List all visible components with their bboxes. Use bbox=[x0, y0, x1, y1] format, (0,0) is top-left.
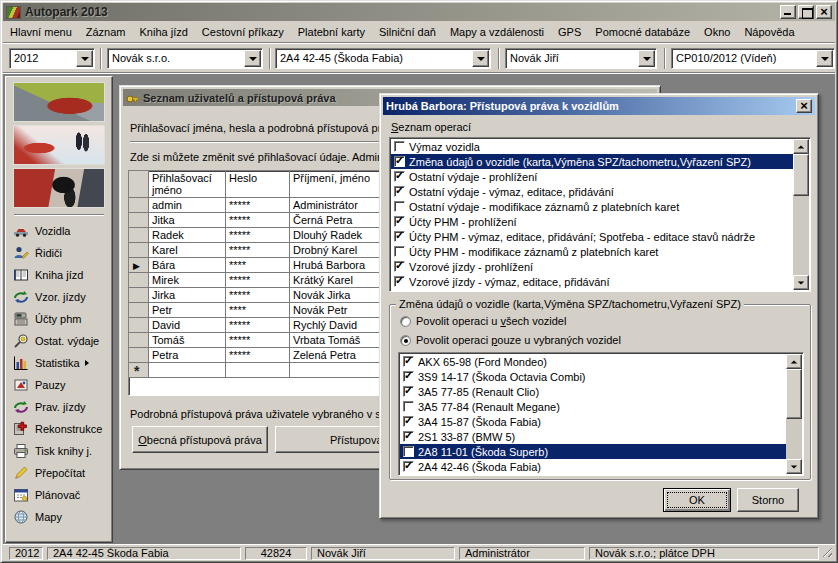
sidebar-item-vzor-jizdy[interactable]: Vzor. jízdy bbox=[6, 286, 112, 308]
menu-mapy-a-vzdalenosti[interactable]: Mapy a vzdálenosti bbox=[443, 23, 551, 41]
sidebar-item-pauzy[interactable]: Pauzy bbox=[6, 374, 112, 396]
checkbox-icon[interactable] bbox=[403, 401, 414, 412]
checkbox-icon[interactable] bbox=[403, 356, 414, 367]
menu-gps[interactable]: GPS bbox=[551, 23, 588, 41]
row-selector[interactable] bbox=[129, 198, 149, 213]
cell-password[interactable]: ***** bbox=[226, 213, 290, 228]
menu-hlavni-menu[interactable]: Hlavní menu bbox=[3, 23, 79, 41]
checkbox-icon[interactable] bbox=[394, 171, 405, 182]
checkbox-icon[interactable] bbox=[403, 371, 414, 382]
row-selector[interactable] bbox=[129, 243, 149, 258]
operation-item[interactable]: Vzorové jízdy - prohlížení bbox=[391, 259, 793, 274]
cell-login[interactable]: Petr bbox=[149, 303, 226, 318]
row-selector[interactable] bbox=[129, 333, 149, 348]
cell-login[interactable]: Tomáš bbox=[149, 333, 226, 348]
app-titlebar[interactable]: Autopark 2013 bbox=[3, 3, 835, 21]
vehicle-item[interactable]: 3S9 14-17 (Škoda Octavia Combi) bbox=[400, 369, 786, 384]
menu-platebni-karty[interactable]: Platební karty bbox=[291, 23, 372, 41]
checkbox-icon[interactable] bbox=[394, 141, 405, 152]
menu-kniha-jizd[interactable]: Kniha jízd bbox=[133, 23, 195, 41]
checkbox-icon[interactable] bbox=[403, 416, 414, 427]
operation-item[interactable]: Účty PHM - modifikace záznamů z platební… bbox=[391, 244, 793, 259]
scroll-down-icon[interactable] bbox=[786, 459, 802, 474]
cell-login[interactable]: Radek bbox=[149, 228, 226, 243]
operation-item[interactable]: Výmaz vozidla bbox=[391, 139, 793, 154]
vehicle-item[interactable]: 3A4 15-87 (Škoda Fabia) bbox=[400, 414, 786, 429]
new-record-marker[interactable] bbox=[129, 363, 149, 378]
scrollbar-thumb[interactable] bbox=[793, 154, 809, 196]
cell-password[interactable]: ***** bbox=[226, 228, 290, 243]
year-combobox[interactable]: 2012 bbox=[9, 48, 95, 69]
sidebar-item-mapy[interactable]: Mapy bbox=[6, 506, 112, 528]
sidebar-item-statistika[interactable]: Statistika bbox=[6, 352, 112, 374]
vehicle-combobox[interactable]: 2A4 42-45 (Škoda Fabia) bbox=[275, 48, 491, 69]
checkbox-icon[interactable] bbox=[394, 186, 405, 197]
company-combobox[interactable]: Novák s.r.o. bbox=[107, 48, 263, 69]
radio-icon[interactable] bbox=[400, 316, 411, 327]
checkbox-icon[interactable] bbox=[403, 386, 414, 397]
sidebar-item-prav-jizdy[interactable]: Prav. jízdy bbox=[6, 396, 112, 418]
cell-password[interactable] bbox=[226, 363, 290, 378]
dropdown-arrow-icon[interactable] bbox=[638, 50, 655, 67]
sidebar-item-tisk-knihy[interactable]: Tisk knihy j. bbox=[6, 440, 112, 462]
sidebar-item-ostat-vydaje[interactable]: Ostat. výdaje bbox=[6, 330, 112, 352]
cell-password[interactable]: ***** bbox=[226, 273, 290, 288]
operations-scrollbar[interactable] bbox=[793, 139, 809, 290]
dropdown-arrow-icon[interactable] bbox=[76, 50, 93, 67]
cell-password[interactable]: ***** bbox=[226, 243, 290, 258]
menu-cestovni-prikazy[interactable]: Cestovní příkazy bbox=[195, 23, 291, 41]
vehicle-item[interactable]: AKX 65-98 (Ford Mondeo) bbox=[400, 354, 786, 369]
operation-item[interactable]: Ostatní výdaje - prohlížení bbox=[391, 169, 793, 184]
row-selector[interactable] bbox=[129, 228, 149, 243]
menu-zaznam[interactable]: Záznam bbox=[79, 23, 133, 41]
close-icon[interactable] bbox=[796, 99, 812, 113]
minimize-icon[interactable] bbox=[780, 5, 796, 19]
cell-password[interactable]: ***** bbox=[226, 198, 290, 213]
cell-login[interactable]: Karel bbox=[149, 243, 226, 258]
sidebar-item-kniha-jizd[interactable]: Kniha jízd bbox=[6, 264, 112, 286]
checkbox-icon[interactable] bbox=[403, 431, 414, 442]
driver-combobox[interactable]: Novák Jiří bbox=[505, 48, 657, 69]
row-selector[interactable] bbox=[129, 273, 149, 288]
sidebar-item-planovac[interactable]: Plánovač bbox=[6, 484, 112, 506]
menu-silnicni-dan[interactable]: Silniční daň bbox=[372, 23, 443, 41]
radio-icon[interactable] bbox=[400, 335, 411, 346]
cell-password[interactable]: ***** bbox=[226, 348, 290, 363]
vehicle-item[interactable]: 2A4 42-46 (Škoda Fabia) bbox=[400, 459, 786, 474]
dialog-titlebar[interactable]: Hrubá Barbora: Přístupová práva k vozidl… bbox=[383, 97, 815, 115]
vehicle-item[interactable]: 2S1 33-87 (BMW 5) bbox=[400, 429, 786, 444]
dropdown-arrow-icon[interactable] bbox=[244, 50, 261, 67]
radio-selected-vehicles[interactable]: Povolit operaci pouze u vybraných vozide… bbox=[400, 334, 621, 346]
scroll-down-icon[interactable] bbox=[793, 275, 809, 290]
cell-password[interactable]: ***** bbox=[226, 318, 290, 333]
row-selector[interactable] bbox=[129, 213, 149, 228]
maximize-icon[interactable] bbox=[798, 5, 814, 19]
vehicle-item[interactable]: 2A8 11-01 (Škoda Superb) bbox=[400, 444, 786, 459]
vehicle-item[interactable]: 3A5 77-84 (Renault Megane) bbox=[400, 399, 786, 414]
cell-password[interactable]: **** bbox=[226, 303, 290, 318]
cell-login[interactable]: Jirka bbox=[149, 288, 226, 303]
ok-button[interactable]: OK bbox=[663, 488, 731, 512]
row-selector[interactable] bbox=[129, 318, 149, 333]
scrollbar-thumb[interactable] bbox=[786, 369, 802, 419]
checkbox-icon[interactable] bbox=[394, 156, 405, 167]
vehicles-scrollbar[interactable] bbox=[786, 354, 802, 474]
dropdown-arrow-icon[interactable] bbox=[816, 50, 833, 67]
menu-napoveda[interactable]: Nápověda bbox=[737, 23, 801, 41]
operation-item[interactable]: Ostatní výdaje - výmaz, editace, přidává… bbox=[391, 184, 793, 199]
checkbox-icon[interactable] bbox=[403, 446, 414, 457]
scroll-up-icon[interactable] bbox=[786, 354, 802, 369]
sidebar-item-rekonstrukce[interactable]: Rekonstrukce bbox=[6, 418, 112, 440]
cell-login[interactable]: Jitka bbox=[149, 213, 226, 228]
cell-login[interactable]: admin bbox=[149, 198, 226, 213]
scroll-up-icon[interactable] bbox=[793, 139, 809, 154]
resize-grip[interactable] bbox=[820, 545, 832, 557]
sidebar-item-ridici[interactable]: Řidiči bbox=[6, 242, 112, 264]
row-selector[interactable] bbox=[129, 288, 149, 303]
checkbox-icon[interactable] bbox=[394, 261, 405, 272]
sidebar-item-ucty-phm[interactable]: Účty phm bbox=[6, 308, 112, 330]
checkbox-icon[interactable] bbox=[394, 231, 405, 242]
trip-order-combobox[interactable]: CP010/2012 (Vídeň) bbox=[671, 48, 835, 69]
checkbox-icon[interactable] bbox=[394, 276, 405, 287]
general-rights-button[interactable]: Obecná přístupová práva bbox=[132, 426, 268, 453]
